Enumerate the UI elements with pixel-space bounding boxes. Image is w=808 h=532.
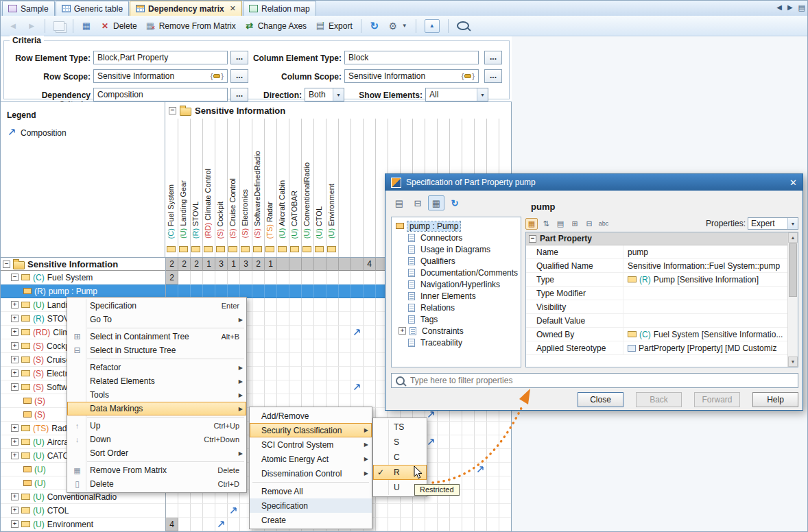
- matrix-cell[interactable]: [475, 504, 487, 518]
- expand-expander[interactable]: +: [11, 424, 19, 432]
- menu-item-refactor[interactable]: Refactor▶: [67, 361, 246, 374]
- matrix-cell[interactable]: [339, 285, 351, 298]
- matrix-cell[interactable]: [265, 285, 277, 298]
- matrix-cell[interactable]: [364, 394, 376, 408]
- collapse-expander[interactable]: −: [3, 261, 10, 268]
- remove-from-matrix-button[interactable]: Remove From Matrix: [143, 18, 239, 34]
- column-header-aircraft-cabin[interactable]: (U) Aircraft Cabin: [278, 180, 286, 239]
- matrix-cell[interactable]: [215, 285, 228, 298]
- property-row-type[interactable]: Type(R)Pump [Sensitive Information]: [526, 273, 798, 287]
- matrix-cell[interactable]: [339, 353, 351, 367]
- spec-tree-item-relations[interactable]: Relations: [393, 302, 519, 313]
- scrollbar[interactable]: ▲ ▼: [787, 232, 798, 367]
- expand-expander[interactable]: +: [11, 493, 19, 500]
- properties-section-header[interactable]: −Part Property: [526, 232, 798, 245]
- matrix-cell[interactable]: [450, 518, 462, 531]
- property-row-applied-stereotype[interactable]: Applied StereotypePartProperty [Property…: [526, 341, 798, 355]
- column-root-node[interactable]: −Sensitive Information: [169, 106, 285, 116]
- matrix-cell[interactable]: [252, 326, 265, 339]
- scroll-up-icon[interactable]: ▲: [788, 232, 798, 243]
- spec-tree-item-inner-elements[interactable]: Inner Elements: [393, 290, 519, 302]
- collapse-expander[interactable]: −: [169, 107, 176, 114]
- matrix-cell[interactable]: [265, 353, 277, 367]
- matrix-cell[interactable]: [191, 271, 203, 285]
- spec-tree-item-tags[interactable]: Tags: [393, 313, 519, 325]
- matrix-cell[interactable]: [438, 504, 450, 518]
- matrix-cell[interactable]: [388, 504, 401, 518]
- matrix-cell[interactable]: [413, 518, 425, 531]
- matrix-cell[interactable]: [462, 476, 475, 490]
- matrix-cell[interactable]: [228, 518, 240, 531]
- menu-item-sci-control-system[interactable]: SCI Control System▶: [250, 437, 372, 452]
- filter-input[interactable]: [409, 375, 794, 386]
- matrix-cell[interactable]: [401, 518, 413, 531]
- matrix-cell[interactable]: [351, 380, 364, 394]
- matrix-cell[interactable]: [302, 258, 314, 271]
- matrix-cell[interactable]: 2: [166, 258, 178, 271]
- properties-mode-select[interactable]: Expert▼: [748, 217, 798, 230]
- row-header-pump-pump[interactable]: (R)pump : Pump: [1, 285, 165, 298]
- matrix-cell[interactable]: [265, 367, 277, 380]
- collapse-expander[interactable]: −: [11, 274, 19, 281]
- expand-expander[interactable]: +: [11, 342, 19, 350]
- matrix-cell[interactable]: [302, 326, 314, 339]
- matrix-cell[interactable]: [252, 271, 265, 285]
- expand-expander[interactable]: +: [11, 507, 19, 514]
- matrix-cell[interactable]: [277, 326, 289, 339]
- matrix-cell[interactable]: [339, 271, 351, 285]
- matrix-cell[interactable]: [215, 504, 228, 518]
- matrix-cell[interactable]: [191, 504, 203, 518]
- row-element-type-browse-button[interactable]: ...: [230, 51, 248, 64]
- matrix-cell[interactable]: [462, 435, 475, 449]
- dialog-close-icon[interactable]: ✕: [789, 178, 797, 188]
- matrix-cell[interactable]: [265, 339, 277, 353]
- matrix-cell[interactable]: [178, 504, 191, 518]
- matrix-cell[interactable]: [314, 271, 326, 285]
- row-header-ctol[interactable]: +(U)CTOL: [1, 504, 165, 518]
- matrix-cell[interactable]: [499, 435, 512, 449]
- property-row-qualified-name[interactable]: Qualified NameSensitive Information::Fue…: [526, 259, 798, 273]
- spec-tree-item-constraints[interactable]: +Constraints: [393, 325, 519, 337]
- matrix-cell[interactable]: [339, 326, 351, 339]
- matrix-cell[interactable]: [277, 394, 289, 408]
- property-row-name[interactable]: Namepump: [526, 245, 798, 259]
- matrix-cell[interactable]: [462, 449, 475, 463]
- matrix-cell[interactable]: [302, 271, 314, 285]
- matrix-cell[interactable]: [265, 326, 277, 339]
- matrix-cell[interactable]: [351, 285, 364, 298]
- column-header-conventionalradio[interactable]: (U) ConventionalRadio: [302, 162, 311, 239]
- matrix-cell[interactable]: [438, 449, 450, 463]
- matrix-cell[interactable]: [277, 339, 289, 353]
- matrix-cell[interactable]: [326, 285, 339, 298]
- matrix-cell[interactable]: [314, 298, 326, 312]
- matrix-cell[interactable]: [462, 463, 475, 476]
- menu-item-select-in-containment-tree[interactable]: Select in Containment TreeAlt+B: [67, 330, 246, 343]
- close-button[interactable]: Close: [578, 392, 623, 407]
- menu-item-remove-from-matrix[interactable]: Remove From MatrixDelete: [67, 463, 246, 477]
- matrix-cell[interactable]: [277, 258, 289, 271]
- matrix-cell[interactable]: [450, 422, 462, 435]
- column-header-climate-control[interactable]: (RD) Climate Control: [204, 169, 212, 239]
- column-header-stovl[interactable]: (R) STOVL: [191, 202, 200, 239]
- dialog-title-bar[interactable]: Specification of Part Property pump ✕: [385, 174, 803, 191]
- matrix-cell[interactable]: [364, 353, 376, 367]
- change-axes-button[interactable]: Change Axes: [241, 18, 310, 34]
- matrix-cell[interactable]: 3: [240, 258, 252, 271]
- matrix-cell[interactable]: [326, 326, 339, 339]
- matrix-cell[interactable]: [462, 422, 475, 435]
- matrix-cell[interactable]: [351, 353, 364, 367]
- matrix-cell[interactable]: [277, 271, 289, 285]
- spelling-icon[interactable]: abc: [597, 218, 610, 230]
- menu-item-delete[interactable]: DeleteCtrl+D: [67, 477, 246, 491]
- matrix-cell[interactable]: 2: [178, 258, 191, 271]
- matrix-cell[interactable]: [289, 271, 302, 285]
- collapse-criteria-icon-button[interactable]: [421, 18, 443, 34]
- matrix-cell[interactable]: [277, 298, 289, 312]
- matrix-cell[interactable]: [364, 380, 376, 394]
- collapse-expander[interactable]: −: [529, 235, 536, 243]
- matrix-cell[interactable]: [314, 339, 326, 353]
- matrix-cell[interactable]: [302, 367, 314, 380]
- matrix-cell[interactable]: [351, 339, 364, 353]
- tabs-list-icon[interactable]: ▤: [798, 3, 805, 12]
- tabs-view-icon[interactable]: ▦: [428, 195, 444, 210]
